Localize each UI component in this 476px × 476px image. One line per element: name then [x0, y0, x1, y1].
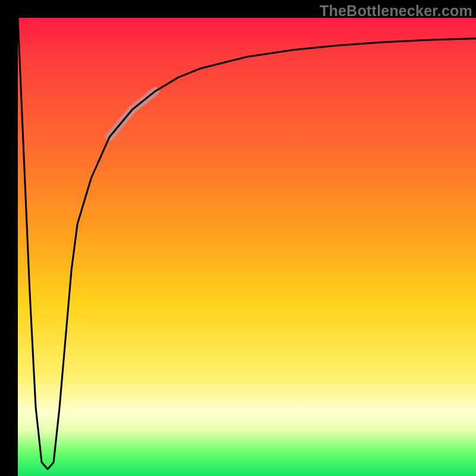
curve-layer	[18, 18, 476, 476]
watermark-label: TheBottleneсker.com	[320, 2, 472, 20]
bottleneck-curve	[18, 18, 476, 469]
chart-frame: TheBottleneсker.com	[0, 0, 476, 476]
